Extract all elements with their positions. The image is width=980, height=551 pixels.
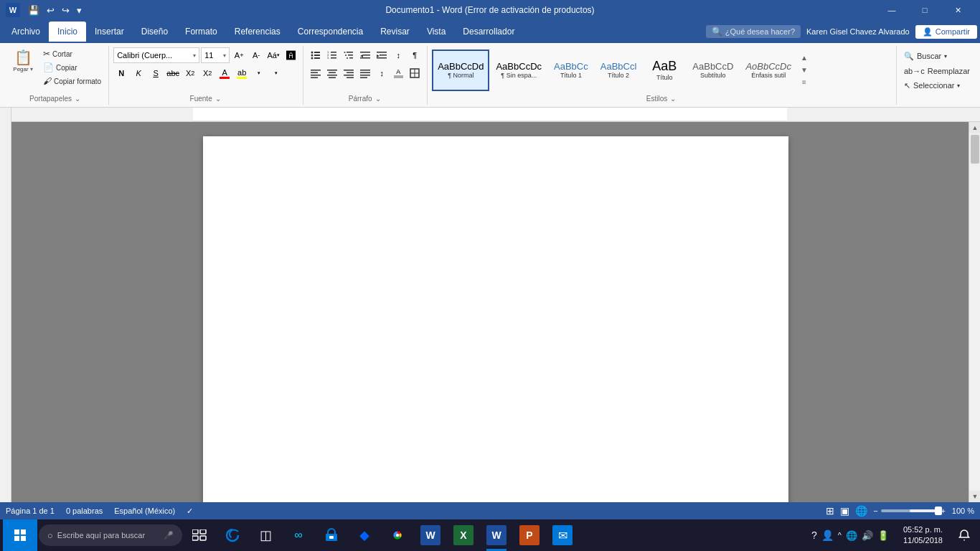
select-dropdown-arrow[interactable]: ▾	[957, 83, 960, 89]
people-icon[interactable]: 👤	[821, 529, 834, 541]
taskbar-powerpoint[interactable]: P	[514, 519, 545, 551]
style-title1[interactable]: AaBbCc Título 1	[548, 50, 594, 91]
undo-button[interactable]: ↩	[44, 5, 57, 16]
start-button[interactable]	[3, 519, 37, 551]
strikethrough-button[interactable]: abc	[165, 65, 181, 81]
subscript-button[interactable]: X2	[182, 65, 198, 81]
taskbar-excel[interactable]: X	[448, 519, 479, 551]
scroll-down-button[interactable]: ▼	[969, 491, 980, 502]
spelling-icon[interactable]: ✓	[187, 507, 193, 516]
redo-button[interactable]: ↪	[60, 5, 72, 16]
help-icon[interactable]: ?	[811, 529, 817, 541]
style-title2[interactable]: AaBbCcl Título 2	[595, 50, 643, 91]
font-color-button[interactable]: A	[217, 65, 232, 81]
font-expand[interactable]: ⌄	[214, 94, 222, 103]
menu-referencias[interactable]: Referencias	[226, 22, 289, 42]
menu-revisar[interactable]: Revisar	[372, 22, 418, 42]
taskbar-chrome[interactable]	[382, 519, 413, 551]
minimize-button[interactable]: —	[875, 0, 908, 20]
multilevel-button[interactable]	[341, 47, 357, 63]
underline-button[interactable]: S	[148, 65, 164, 81]
taskbar-store[interactable]	[316, 519, 347, 551]
highlight-color-arrow[interactable]: ▾	[251, 65, 267, 81]
menu-formato[interactable]: Formato	[176, 22, 226, 42]
font-color-arrow[interactable]: ▾	[268, 65, 284, 81]
style-title[interactable]: AaB Título	[643, 50, 686, 91]
zoom-thumb[interactable]	[935, 507, 942, 515]
view-layout-icon[interactable]: ▣	[840, 505, 849, 517]
grow-font-button[interactable]: A+	[231, 47, 247, 63]
italic-button[interactable]: K	[131, 65, 146, 81]
notification-button[interactable]	[951, 519, 977, 551]
volume-icon[interactable]: 🔊	[862, 530, 873, 541]
taskbar-dropbox[interactable]: ◆	[349, 519, 380, 551]
styles-scroll-up[interactable]: ▲	[798, 52, 810, 64]
copy-button[interactable]: 📄 Copiar	[40, 61, 104, 74]
paste-button[interactable]: 📋 Pegar ▾	[7, 47, 39, 74]
menu-archivo[interactable]: Archivo	[3, 22, 49, 42]
font-family-dropdown[interactable]: Calibri (Cuerp... ▾	[113, 47, 199, 63]
tray-expand[interactable]: ^	[838, 531, 842, 540]
styles-group-expand[interactable]: ⌄	[669, 94, 677, 103]
numbering-button[interactable]: 1.2.3.	[324, 47, 340, 63]
zoom-slider[interactable]	[881, 509, 938, 512]
change-case-button[interactable]: Aá▾	[265, 47, 281, 63]
paragraph-expand[interactable]: ⌄	[374, 94, 382, 103]
superscript-button[interactable]: X2	[199, 65, 215, 81]
cortana-search[interactable]: ○ Escribe aquí para buscar 🎤	[39, 524, 182, 546]
search-button[interactable]: 🔍 Buscar ▾	[901, 50, 950, 62]
view-web-icon[interactable]: 🌐	[855, 505, 867, 517]
bold-button[interactable]: N	[113, 65, 129, 81]
menu-inicio[interactable]: Inicio	[49, 22, 86, 42]
menu-correspondencia[interactable]: Correspondencia	[289, 22, 372, 42]
font-size-dropdown[interactable]: 11 ▾	[201, 47, 230, 63]
style-emphasis[interactable]: AoBbCcDc Énfasis sutil	[740, 50, 797, 91]
menu-diseno[interactable]: Diseño	[133, 22, 176, 42]
styles-scroll-down[interactable]: ▼	[798, 65, 810, 76]
style-normal[interactable]: AaBbCcDd ¶ Normal	[432, 50, 489, 91]
view-normal-icon[interactable]: ⊞	[826, 505, 834, 517]
close-button[interactable]: ✕	[941, 0, 974, 20]
select-button[interactable]: ↖ Seleccionar ▾	[901, 80, 963, 92]
style-subtitle[interactable]: AaBbCcD Subtítulo	[687, 50, 739, 91]
align-center-button[interactable]	[324, 65, 340, 81]
share-button[interactable]: 👤 Compartir	[915, 25, 977, 39]
highlight-button[interactable]: ab	[234, 65, 250, 81]
sort-button[interactable]: ↕	[390, 47, 406, 63]
document-area[interactable]: ▲ ▼	[11, 122, 980, 502]
clipboard-expand[interactable]: ⌄	[73, 94, 82, 103]
align-left-button[interactable]	[308, 65, 324, 81]
clear-format-button[interactable]: 🅰	[283, 47, 298, 63]
battery-icon[interactable]: 🔋	[877, 530, 889, 541]
taskbar-virtual[interactable]: ◫	[250, 519, 281, 551]
justify-button[interactable]	[357, 65, 373, 81]
taskbar-infinity[interactable]: ∞	[283, 519, 314, 551]
show-marks-button[interactable]: ¶	[407, 47, 423, 63]
menu-desarrollador[interactable]: Desarrollador	[454, 22, 523, 42]
cut-button[interactable]: ✂ Cortar	[40, 47, 104, 60]
maximize-button[interactable]: □	[908, 0, 941, 20]
scroll-up-button[interactable]: ▲	[969, 122, 980, 133]
search-dropdown-arrow[interactable]: ▾	[944, 53, 947, 60]
bullets-button[interactable]	[308, 47, 324, 63]
taskbar-edge[interactable]	[217, 519, 248, 551]
scroll-thumb[interactable]	[971, 135, 979, 164]
shrink-font-button[interactable]: A-	[248, 47, 264, 63]
network-icon[interactable]: 🌐	[846, 530, 857, 541]
document-page[interactable]	[203, 136, 788, 502]
decrease-indent-button[interactable]	[357, 47, 373, 63]
zoom-out-icon[interactable]: −	[873, 507, 877, 515]
save-button[interactable]: 💾	[26, 5, 42, 16]
align-right-button[interactable]	[341, 65, 357, 81]
paste-dropdown-arrow[interactable]: ▾	[30, 66, 33, 72]
menu-insertar[interactable]: Insertar	[86, 22, 133, 42]
menu-vista[interactable]: Vista	[418, 22, 454, 42]
taskbar-mail[interactable]: ✉	[547, 519, 578, 551]
borders-button[interactable]	[407, 65, 423, 81]
customize-button[interactable]: ▾	[75, 5, 84, 16]
search-box[interactable]: 🔍 ¿Qué desea hacer?	[706, 25, 801, 38]
replace-button[interactable]: ab→c Reemplazar	[901, 65, 973, 77]
increase-indent-button[interactable]	[374, 47, 390, 63]
taskbar-word-active[interactable]: W	[481, 519, 512, 551]
copy-format-button[interactable]: 🖌 Copiar formato	[40, 75, 104, 88]
